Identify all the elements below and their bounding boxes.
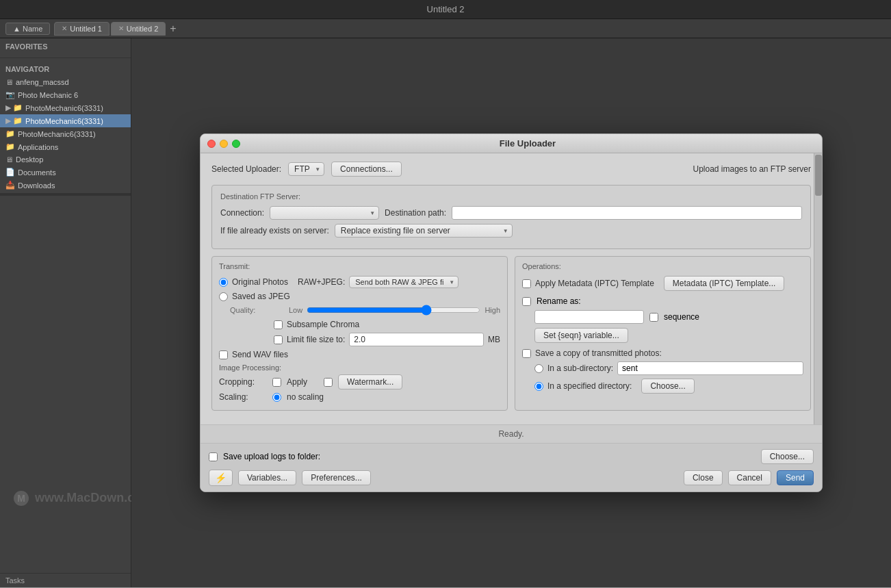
in-specified-radio[interactable] (534, 382, 543, 391)
choose-dir-button[interactable]: Choose... (641, 379, 694, 394)
saved-as-jpeg-row: Saved as JPEG (219, 292, 500, 301)
original-photos-radio[interactable] (219, 278, 228, 287)
save-logs-checkbox[interactable] (209, 452, 218, 461)
in-specified-row: In a specified directory: Choose... (534, 379, 803, 394)
subdir-input[interactable] (617, 361, 803, 375)
set-seqn-button[interactable]: Set {seqn} variable... (534, 328, 628, 343)
destination-path-input[interactable] (452, 206, 802, 220)
tab-close-icon[interactable]: ✕ (62, 25, 67, 32)
computer-icon: 🖥 (5, 78, 13, 86)
send-wav-row: Send WAV files (219, 350, 500, 359)
sidebar-item-documents[interactable]: 📄 Documents (0, 166, 131, 179)
file-exists-row: If file already exists on server: Replac… (220, 224, 802, 238)
dialog-body: Selected Uploader: FTP Connections... Up… (201, 153, 822, 424)
raw-jpeg-select[interactable]: Send both RAW & JPEG files Send RAW only… (349, 276, 459, 288)
no-scaling-radio[interactable] (272, 393, 281, 402)
saved-as-jpeg-label: Saved as JPEG (232, 292, 290, 301)
sidebar-item-pm3331-1[interactable]: ▶ 📁 PhotoMechanic6(3331) (0, 101, 131, 114)
file-exists-select[interactable]: Replace existing file on server Skip fil… (335, 224, 513, 238)
save-copy-checkbox[interactable] (522, 349, 531, 358)
limit-file-size-checkbox[interactable] (274, 335, 283, 344)
metadata-template-button[interactable]: Metadata (IPTC) Template... (664, 276, 785, 291)
close-button[interactable]: Close (684, 470, 723, 485)
sidebar-item-pm3331-2[interactable]: ▶ 📁 PhotoMechanic6(3331) (0, 114, 131, 127)
connection-select[interactable] (270, 206, 379, 220)
tab-untitled2[interactable]: ✕ Untitled 2 (111, 22, 166, 36)
watermark-button[interactable]: Watermark... (338, 374, 402, 389)
window-title: Untitled 2 (427, 4, 465, 14)
sidebar-resize-handle[interactable] (0, 193, 131, 196)
cancel-button[interactable]: Cancel (728, 470, 771, 485)
lightning-button[interactable]: ⚡ (209, 470, 233, 486)
sidebar-item-downloads[interactable]: 📥 Downloads (0, 179, 131, 192)
no-scaling-label: no scaling (287, 392, 324, 402)
tab-add-button[interactable]: + (167, 23, 179, 35)
folder-icon3: 📁 (5, 129, 15, 138)
sequence-checkbox[interactable] (649, 313, 658, 322)
subsample-chroma-label: Subsample Chroma (287, 320, 359, 329)
raw-jpeg-label: RAW+JPEG: (298, 277, 345, 287)
sort-name-button[interactable]: ▲ Name (5, 23, 50, 35)
ready-status: Ready. (201, 424, 822, 443)
tab-close-icon2[interactable]: ✕ (118, 25, 124, 32)
connection-label: Connection: (220, 208, 264, 218)
tab-untitled1[interactable]: ✕ Untitled 1 (54, 22, 109, 36)
applications-icon: 📁 (5, 142, 15, 151)
connections-button[interactable]: Connections... (331, 162, 402, 177)
save-logs-row: Save upload logs to folder: Choose... (209, 449, 814, 464)
dialog-close-traffic[interactable] (207, 140, 216, 148)
favorites-header: Favorites (0, 40, 131, 53)
traffic-lights (207, 140, 240, 148)
file-exists-select-wrapper: Replace existing file on server Skip fil… (335, 224, 513, 238)
dialog-scroll-thumb[interactable] (815, 155, 822, 196)
apply-metadata-row: Apply Metadata (IPTC) Template Metadata … (522, 276, 803, 291)
apply-metadata-checkbox[interactable] (522, 279, 531, 288)
sidebar-item-anfeng[interactable]: 🖥 anfeng_macssd (0, 76, 131, 88)
transmit-operations-row: Transmit: Original Photos RAW+JPEG: Send… (211, 256, 811, 411)
cropping-apply-checkbox[interactable] (272, 378, 281, 387)
downloads-icon: 📥 (5, 181, 15, 190)
dialog-min-traffic[interactable] (220, 140, 228, 148)
choose-logs-button[interactable]: Choose... (761, 449, 814, 464)
rename-as-checkbox[interactable] (522, 297, 531, 306)
preferences-button[interactable]: Preferences... (302, 470, 371, 485)
sequence-label: sequence (664, 312, 699, 322)
limit-file-size-label: Limit file size to: (287, 335, 345, 344)
sidebar-item-applications[interactable]: 📁 Applications (0, 140, 131, 153)
camera-icon: 📷 (5, 90, 15, 99)
dialog-title: File Uploader (240, 138, 815, 149)
rename-as-input[interactable] (534, 310, 644, 324)
limit-file-size-input[interactable] (349, 333, 484, 346)
content-area: File Uploader Selected Uploader: FTP Con… (131, 38, 891, 587)
sidebar-item-photomechanic[interactable]: 📷 Photo Mechanic 6 (0, 88, 131, 101)
apply-label: Apply (287, 377, 307, 387)
cropping-row: Cropping: Apply Watermark... (219, 374, 500, 389)
titlebar: Untitled 2 (0, 0, 891, 19)
quality-low-label: Low (289, 306, 302, 314)
tasks-section: Tasks (0, 573, 131, 587)
send-button[interactable]: Send (777, 470, 814, 485)
in-subdir-radio[interactable] (534, 364, 543, 373)
saved-as-jpeg-radio[interactable] (219, 292, 228, 301)
connection-row: Connection: Destination path: (220, 206, 802, 220)
quality-slider[interactable] (307, 305, 480, 316)
in-subdir-row: In a sub-directory: (534, 361, 803, 375)
connection-select-wrapper (270, 206, 379, 220)
dialog-max-traffic[interactable] (232, 140, 240, 148)
uploader-select[interactable]: FTP (288, 162, 324, 176)
sidebar-item-pm3331-3[interactable]: 📁 PhotoMechanic6(3331) (0, 127, 131, 140)
original-photos-row: Original Photos RAW+JPEG: Send both RAW … (219, 276, 500, 288)
limit-file-size-row: Limit file size to: MB (274, 333, 500, 346)
cropping-label: Cropping: (219, 377, 267, 387)
rename-input-row: sequence (534, 310, 803, 324)
variables-button[interactable]: Variables... (238, 470, 296, 485)
image-processing-header: Image Processing: (219, 363, 500, 372)
watermark-checkbox[interactable] (324, 378, 333, 387)
uploader-description: Upload images to an FTP server (693, 164, 811, 174)
subsample-chroma-checkbox[interactable] (274, 320, 283, 329)
dialog-scrollbar[interactable] (814, 153, 822, 424)
send-wav-checkbox[interactable] (219, 350, 228, 359)
sidebar-item-desktop[interactable]: 🖥 Desktop (0, 153, 131, 166)
quality-row: Quality: Low High (230, 305, 500, 316)
quality-high-label: High (485, 306, 500, 314)
